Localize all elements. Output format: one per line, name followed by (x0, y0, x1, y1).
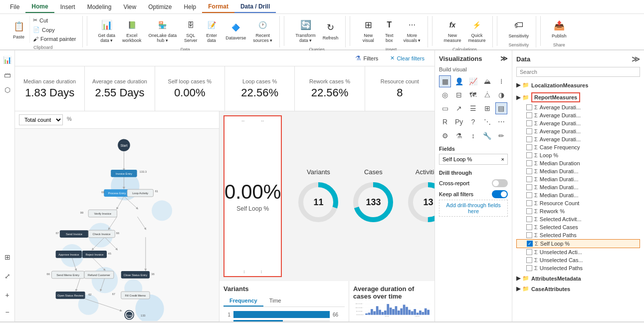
tree-item[interactable]: Σ Case Frequency (516, 143, 640, 151)
sidebar-expand-icon[interactable]: ⤢ (2, 271, 13, 282)
viz-decomp-icon[interactable]: ⋱ (481, 116, 493, 128)
tab-view[interactable]: View (117, 1, 142, 12)
tree-item[interactable]: Σ Rework % (516, 207, 640, 215)
publish-button[interactable]: 📤 Publish (549, 16, 570, 40)
tree-item[interactable]: ✓ Σ Self Loop % (516, 239, 640, 248)
sidebar-zoom-in-icon[interactable]: + (2, 290, 13, 301)
variant-row[interactable]: 2 34 (223, 320, 345, 322)
keep-filters-toggle[interactable] (492, 190, 508, 198)
recent-sources-button[interactable]: 🕐 Recentsources ▾ (250, 16, 275, 45)
text-box-button[interactable]: T Textbox (379, 16, 399, 45)
viz-expand-icon[interactable]: ≫ (500, 54, 508, 62)
sidebar-grid-icon[interactable]: ⊞ (2, 252, 13, 263)
viz-py-icon[interactable]: Py (453, 116, 465, 128)
tab-modeling[interactable]: Modeling (81, 1, 118, 12)
viz-treemap-icon[interactable]: ⊟ (453, 89, 465, 101)
quick-measure-button[interactable]: ⚡ Quickmeasure (465, 16, 488, 45)
more-visuals-button[interactable]: ⋯ Morevisuals ▾ (400, 16, 424, 45)
viz-r-icon[interactable]: R (439, 116, 451, 128)
viz-more-icon[interactable]: ⋯ (495, 116, 507, 128)
tree-item[interactable]: Σ Selected Activit... (516, 215, 640, 223)
sensitivity-button[interactable]: 🏷 Sensitivity (505, 16, 532, 40)
format-painter-button[interactable]: 🖌Format painter (31, 35, 78, 43)
viz-bar-icon[interactable]: ▦ (439, 75, 451, 87)
view-dropdown[interactable]: Total count (19, 114, 63, 125)
tree-item[interactable]: Σ Unselected Paths (516, 264, 640, 272)
tree-group-ReportMeasures[interactable]: ▶ 📁 ReportMeasures (516, 91, 640, 103)
viz-donut-icon[interactable]: ◎ (439, 89, 451, 101)
tree-item[interactable]: Σ Median Durati... (516, 175, 640, 183)
tree-group-LocalizationMeasures[interactable]: ▶ 📁 LocalizationMeasures (516, 81, 640, 89)
viz-sort-icon[interactable]: ↕ (467, 130, 479, 142)
viz-slicer-icon[interactable]: ☰ (467, 102, 479, 114)
tree-item[interactable]: Σ Average Durati... (516, 127, 640, 135)
transform-data-button[interactable]: 🔄 Transformdata ▾ (292, 16, 319, 45)
tree-item[interactable]: Σ Selected Paths (516, 231, 640, 239)
viz-card-icon[interactable]: ▭ (439, 102, 451, 114)
viz-funnel-icon[interactable]: ⧊ (481, 89, 493, 101)
paste-button[interactable]: 📋 Paste (8, 16, 30, 43)
tree-item[interactable]: Σ Average Durati... (516, 135, 640, 143)
copy-button[interactable]: 📄Copy (31, 25, 78, 34)
sidebar-report-icon[interactable]: 📊 (2, 54, 13, 65)
tree-item[interactable]: Σ Loop % (516, 151, 640, 159)
sidebar-zoom-out-icon[interactable]: − (2, 307, 13, 318)
time-tab[interactable]: Time (263, 296, 287, 307)
tab-home[interactable]: Home (25, 1, 54, 13)
tree-item[interactable]: Σ Median Durati... (516, 167, 640, 175)
clear-filters-button[interactable]: ✕ Clear filters (386, 53, 429, 63)
tab-file[interactable]: File (4, 1, 25, 12)
viz-filter-icon[interactable]: ⚗ (453, 130, 465, 142)
tree-item[interactable]: Σ Resource Count (516, 199, 640, 207)
tab-optimize[interactable]: Optimize (142, 1, 178, 12)
viz-area-icon[interactable]: ⛰ (481, 75, 493, 87)
tree-item[interactable]: Σ Median Durati... (516, 183, 640, 191)
tree-item[interactable]: Σ Unselected Cas... (516, 256, 640, 264)
tree-item[interactable]: Σ Average Durati... (516, 111, 640, 119)
viz-person-icon[interactable]: 👤 (453, 75, 465, 87)
add-drill-fields[interactable]: Add drill-through fields here (439, 200, 508, 217)
viz-line-icon[interactable]: 📈 (467, 75, 479, 87)
data-panel-expand-icon[interactable]: ≫ (632, 54, 640, 64)
frequency-tab[interactable]: Frequency (223, 296, 263, 307)
tree-item[interactable]: Σ Median Duration (516, 159, 640, 167)
sidebar-model-icon[interactable]: ⬡ (2, 84, 13, 95)
onelake-button[interactable]: 🏪 OneLake datahub ▾ (146, 16, 180, 45)
refresh-button[interactable]: ↻ Refresh (320, 18, 342, 42)
tree-item[interactable]: Σ Unselected Acti... (516, 248, 640, 256)
tab-data-drill[interactable]: Data / Drill (234, 1, 276, 13)
tree-item[interactable]: Σ Selected Cases (516, 223, 640, 231)
tree-item[interactable]: Σ Average Durati... (516, 103, 640, 111)
dataverse-button[interactable]: 🔷 Dataverse (222, 18, 249, 42)
viz-table-icon[interactable]: ⊞ (481, 102, 493, 114)
cut-button[interactable]: ✂Cut (31, 16, 78, 24)
tree-item[interactable]: Σ Median Durati... (516, 191, 640, 199)
viz-kpi-icon[interactable]: ↗ (453, 102, 465, 114)
tree-group-CaseAttributes[interactable]: ▶ 📁 CaseAttributes (516, 285, 640, 293)
filters-button[interactable]: ⚗ Filters (351, 53, 382, 63)
enter-data-button[interactable]: 📝 Enterdata (202, 16, 221, 45)
viz-map-icon[interactable]: 🗺 (467, 89, 479, 101)
viz-analytics-icon[interactable]: 🔧 (481, 130, 493, 142)
viz-gauge-icon[interactable]: ◑ (495, 89, 507, 101)
variant-row[interactable]: 1 66 (223, 311, 345, 318)
tab-insert[interactable]: Insert (54, 1, 81, 12)
viz-settings-icon[interactable]: ⚙ (439, 130, 451, 142)
viz-scatter-icon[interactable]: ⁞ (495, 75, 507, 87)
cross-report-toggle[interactable] (492, 179, 508, 187)
excel-workbook-button[interactable]: 📗 Excelworkbook (119, 16, 145, 45)
tree-group-AttributesMetadata[interactable]: ▶ 📁 AttributesMetadata (516, 274, 640, 283)
viz-edit-icon[interactable]: ✏ (495, 130, 507, 142)
viz-matrix-icon[interactable]: ▤ (495, 102, 507, 114)
tab-help[interactable]: Help (178, 1, 203, 12)
fields-box[interactable]: Self Loop % × (439, 154, 508, 165)
tab-format[interactable]: Format (202, 1, 234, 13)
sidebar-data-icon[interactable]: 🗃 (2, 69, 13, 80)
tree-item[interactable]: Σ Average Durati... (516, 119, 640, 127)
viz-qa-icon[interactable]: ? (467, 116, 479, 128)
get-data-button[interactable]: 📊 Get datadata ▾ (95, 16, 119, 45)
new-visual-button[interactable]: ⊞ Newvisual (358, 16, 378, 45)
data-search-input[interactable] (516, 67, 640, 77)
new-measure-button[interactable]: fx Newmeasure (440, 16, 464, 45)
sql-server-button[interactable]: 🗄 SQLServer (181, 16, 201, 45)
